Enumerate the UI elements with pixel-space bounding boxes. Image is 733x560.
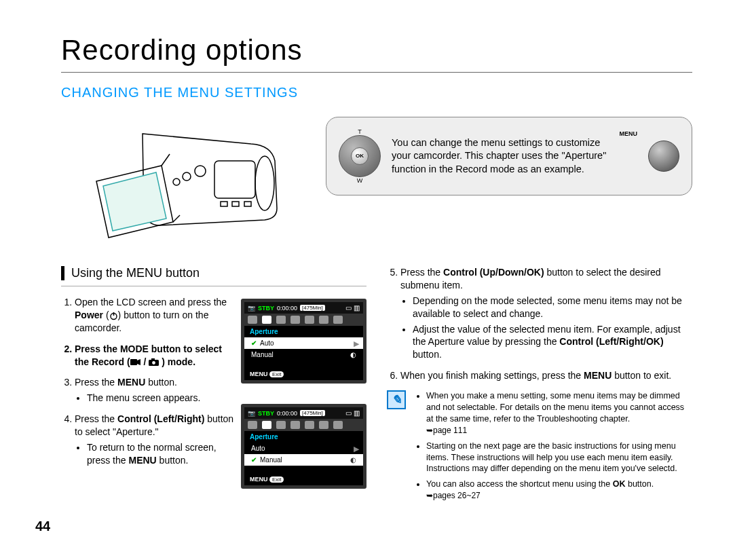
section-title: CHANGING THE MENU SETTINGS	[61, 85, 692, 100]
menu-tab-strip	[244, 314, 363, 326]
svg-rect-7	[244, 202, 251, 206]
svg-line-8	[162, 154, 170, 166]
menu-item-auto: Auto	[244, 443, 363, 454]
subsection-rule	[61, 286, 366, 286]
info-callout-box: T W OK You can change the menu settings …	[326, 117, 692, 195]
step-5: Press the Control (Up/Down/OK) button to…	[400, 266, 692, 361]
step-6: When you finish making settings, press t…	[400, 369, 692, 382]
step-1: Open the LCD screen and press the Power …	[75, 296, 234, 335]
step-3-sub: The menu screen appears.	[87, 392, 234, 405]
title-rule	[61, 72, 692, 73]
svg-rect-6	[232, 202, 239, 206]
stby-indicator: STBY	[258, 410, 274, 417]
lcd-screenshot-1: 📷 STBY 0:00:00 [475Min] ▭ ▥ Aperture ✔Au…	[241, 299, 366, 384]
menu-item-manual: Manual◐	[244, 349, 363, 360]
menu-tab-strip	[244, 419, 363, 431]
svg-rect-5	[221, 202, 227, 206]
right-arrow-icon: ▶	[354, 445, 359, 453]
page-number: 44	[35, 519, 50, 534]
menu-exit-hint: MENU Exit	[250, 371, 284, 377]
step-2: Press the MODE button to select the Reco…	[75, 343, 234, 369]
svg-point-3	[183, 172, 191, 181]
battery-icon: ▭ ▥	[345, 304, 360, 312]
menu-label: MENU	[620, 130, 638, 138]
menu-dial-icon	[648, 141, 679, 172]
note-1: When you make a menu setting, some menu …	[426, 390, 692, 436]
page-ref-26-27: ➥pages 26~27	[426, 491, 481, 500]
video-mode-icon	[130, 358, 141, 366]
menu-item-manual-selected: ✔Manual◐	[244, 454, 363, 466]
zoom-wide-label: W	[357, 176, 363, 185]
chapter-title: Recording options	[61, 34, 692, 67]
info-text: You can change the menu settings to cust…	[392, 136, 613, 176]
camcorder-illustration	[61, 117, 285, 239]
menu-item-auto: ✔Auto	[244, 337, 363, 349]
step-3: Press the MENU button. The menu screen a…	[75, 376, 234, 405]
svg-point-0	[255, 156, 274, 210]
svg-point-4	[173, 179, 180, 185]
control-dial-icon: T W OK	[339, 135, 381, 177]
svg-line-9	[173, 215, 180, 222]
lcd-screenshot-2: 📷 STBY 0:00:00 [475Min] ▭ ▥ Aperture Aut…	[241, 404, 366, 489]
aperture-heading: Aperture	[244, 326, 363, 337]
svg-point-2	[195, 166, 206, 176]
battery-icon: ▭ ▥	[345, 409, 360, 417]
right-arrow-icon: ▶	[354, 339, 359, 348]
aperture-heading: Aperture	[244, 431, 363, 443]
zoom-tele-label: T	[358, 128, 362, 136]
power-icon	[109, 312, 118, 320]
stby-indicator: STBY	[258, 305, 274, 312]
step-5-sub2: Adjust the value of the selected menu it…	[413, 323, 692, 362]
photo-mode-icon	[149, 358, 159, 366]
note-icon: ✎	[387, 390, 406, 409]
step-5-sub1: Depending on the mode selected, some men…	[413, 295, 692, 320]
svg-rect-1	[214, 161, 255, 198]
svg-rect-14	[151, 358, 155, 360]
note-2: Starting on the next page are the basic …	[426, 441, 692, 475]
step-4-sub: To return to the normal screen, press th…	[87, 441, 234, 467]
subsection-title: Using the MENU button	[61, 266, 366, 280]
svg-rect-12	[130, 359, 137, 365]
svg-point-15	[152, 361, 155, 365]
page-ref-111: ➥page 111	[426, 426, 467, 435]
step-4: Press the Control (Left/Right) button to…	[75, 413, 234, 467]
note-3: You can also access the shortcut menu us…	[426, 479, 692, 502]
menu-exit-hint: MENU Exit	[250, 476, 284, 483]
